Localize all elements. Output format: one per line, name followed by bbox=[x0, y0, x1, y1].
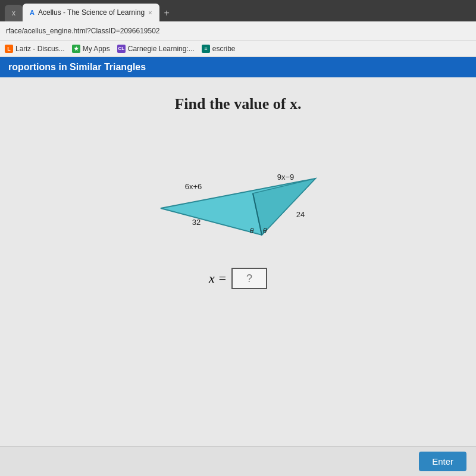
escribe-label: escribe bbox=[212, 45, 236, 53]
answer-row: x = bbox=[209, 268, 267, 289]
lariz-icon: L bbox=[5, 45, 13, 53]
triangle-diagram: 6x+6 9x−9 32 24 θ θ bbox=[143, 131, 333, 250]
angle-right-label: θ bbox=[263, 227, 267, 235]
bookmarks-bar: L Lariz - Discus... ★ My Apps CL Carnegi… bbox=[0, 40, 476, 57]
angle-left-label: θ bbox=[250, 227, 254, 235]
tab-x-label: x bbox=[12, 9, 15, 17]
top-right-label: 9x−9 bbox=[277, 173, 295, 181]
question-title: Find the value of x. bbox=[174, 95, 301, 113]
answer-input-field[interactable] bbox=[234, 273, 264, 285]
left-side-label: 32 bbox=[192, 218, 201, 227]
myapps-label: My Apps bbox=[83, 45, 110, 53]
main-content: Find the value of x. 6x+6 9x−9 32 24 θ bbox=[0, 77, 476, 476]
page-header: roportions in Similar Triangles bbox=[0, 57, 476, 77]
tab-bar: x A Acellus - The Science of Learning × … bbox=[0, 0, 476, 21]
tab-x[interactable]: x bbox=[5, 5, 23, 21]
top-left-label: 6x+6 bbox=[185, 182, 202, 191]
right-side-label: 24 bbox=[296, 210, 305, 219]
tab-close-button[interactable]: × bbox=[148, 9, 152, 16]
answer-input-box[interactable] bbox=[231, 268, 267, 289]
browser-chrome: x A Acellus - The Science of Learning × … bbox=[0, 0, 476, 57]
carnegie-icon: CL bbox=[117, 45, 126, 53]
bookmark-lariz[interactable]: L Lariz - Discus... bbox=[5, 45, 65, 53]
url-text: rface/acellus_engine.html?ClassID=209661… bbox=[6, 27, 160, 35]
carnegie-label: Carnegie Learning:... bbox=[128, 45, 195, 53]
myapps-icon: ★ bbox=[72, 45, 80, 53]
page-header-text: roportions in Similar Triangles bbox=[8, 62, 146, 72]
enter-button[interactable]: Enter bbox=[419, 452, 466, 471]
answer-prefix: x = bbox=[209, 271, 227, 286]
diagram-container: 6x+6 9x−9 32 24 θ θ bbox=[143, 131, 333, 250]
address-bar[interactable]: rface/acellus_engine.html?ClassID=209661… bbox=[0, 21, 476, 40]
tab-acellus[interactable]: A Acellus - The Science of Learning × bbox=[23, 4, 159, 21]
tab-acellus-label: Acellus - The Science of Learning bbox=[38, 8, 145, 17]
bookmark-carnegie[interactable]: CL Carnegie Learning:... bbox=[117, 45, 195, 53]
bookmark-myapps[interactable]: ★ My Apps bbox=[72, 45, 110, 53]
escribe-icon: ≡ bbox=[202, 45, 210, 53]
bookmark-escribe[interactable]: ≡ escribe bbox=[202, 45, 236, 53]
bottom-bar: Enter bbox=[0, 446, 476, 476]
lariz-label: Lariz - Discus... bbox=[15, 45, 65, 53]
new-tab-button[interactable]: + bbox=[159, 5, 174, 21]
